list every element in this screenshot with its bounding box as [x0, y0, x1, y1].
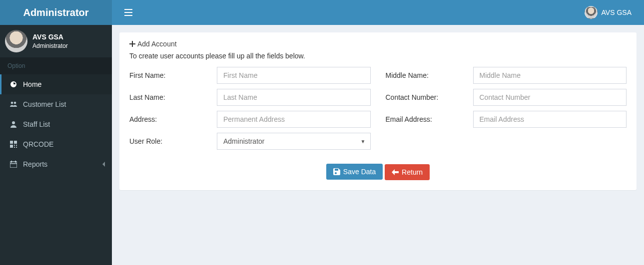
- save-icon: [333, 168, 340, 175]
- top-navbar: AVS GSA: [112, 0, 644, 25]
- sidebar-item-staff-list[interactable]: Staff List: [0, 114, 112, 134]
- navbar-user-name: AVS GSA: [602, 8, 632, 16]
- panel-description: To create user accounts please fill up a…: [129, 52, 627, 60]
- contact-number-input[interactable]: [473, 89, 627, 106]
- middle-name-input[interactable]: [473, 67, 627, 84]
- svg-rect-2: [124, 15, 132, 16]
- sidebar-item-label: Staff List: [23, 120, 50, 128]
- email-input[interactable]: [473, 111, 627, 128]
- avatar: [585, 6, 598, 19]
- last-name-input[interactable]: [217, 89, 371, 106]
- calendar-icon: [9, 161, 18, 168]
- svg-rect-15: [15, 161, 16, 163]
- sidebar-user-role: Administrator: [32, 42, 68, 49]
- panel-title: Add Account: [129, 40, 627, 48]
- navbar-user-menu[interactable]: AVS GSA: [580, 3, 637, 22]
- svg-point-3: [11, 102, 13, 104]
- brand-text: Administrator: [23, 7, 88, 18]
- sidebar-item-label: Home: [23, 80, 41, 88]
- user-icon: [9, 120, 18, 128]
- svg-rect-9: [14, 145, 15, 146]
- sidebar-item-label: QRCODE: [23, 140, 53, 148]
- sidebar-item-qrcode[interactable]: QRCODE: [0, 134, 112, 154]
- avatar: [5, 30, 27, 52]
- sidebar-user-name: AVS GSA: [32, 33, 68, 41]
- dashboard-icon: [9, 80, 18, 88]
- arrow-left-icon: [392, 169, 399, 175]
- sidebar-user-panel: AVS GSA Administrator: [0, 25, 112, 57]
- address-input[interactable]: [217, 111, 371, 128]
- first-name-label: First Name:: [129, 71, 217, 79]
- address-label: Address:: [129, 115, 217, 123]
- chevron-left-icon: [102, 160, 106, 168]
- svg-rect-8: [10, 145, 13, 148]
- save-button[interactable]: Save Data: [326, 164, 383, 180]
- email-label: Email Address:: [386, 115, 473, 123]
- hamburger-icon: [124, 9, 132, 16]
- sidebar-item-label: Customer List: [23, 100, 66, 108]
- qrcode-icon: [9, 141, 18, 148]
- user-role-select[interactable]: Administrator: [217, 133, 371, 150]
- sidebar: AVS GSA Administrator Option Home Custom…: [0, 25, 112, 265]
- return-button-label: Return: [402, 168, 423, 176]
- svg-rect-14: [11, 161, 12, 163]
- svg-rect-16: [10, 163, 17, 164]
- svg-rect-11: [14, 147, 15, 148]
- return-button[interactable]: Return: [385, 164, 430, 180]
- contact-number-label: Contact Number:: [386, 93, 473, 101]
- last-name-label: Last Name:: [129, 93, 217, 101]
- svg-point-5: [12, 121, 15, 124]
- sidebar-item-label: Reports: [23, 160, 47, 168]
- svg-rect-10: [16, 145, 17, 146]
- add-account-panel: Add Account To create user accounts plea…: [119, 32, 637, 190]
- panel-title-text: Add Account: [137, 40, 177, 48]
- plus-icon: [129, 41, 135, 47]
- sidebar-section-header: Option: [0, 57, 112, 74]
- svg-rect-0: [124, 9, 132, 10]
- user-role-label: User Role:: [129, 137, 217, 145]
- sidebar-item-home[interactable]: Home: [0, 74, 112, 94]
- sidebar-toggle-button[interactable]: [119, 4, 137, 21]
- svg-rect-18: [129, 43, 135, 44]
- middle-name-label: Middle Name:: [386, 71, 473, 79]
- first-name-input[interactable]: [217, 67, 371, 84]
- users-icon: [9, 100, 18, 108]
- svg-rect-7: [14, 141, 17, 144]
- brand-logo[interactable]: Administrator: [0, 0, 112, 25]
- save-button-label: Save Data: [343, 168, 376, 176]
- sidebar-item-customer-list[interactable]: Customer List: [0, 94, 112, 114]
- svg-rect-1: [124, 12, 132, 13]
- svg-point-4: [14, 102, 16, 104]
- svg-rect-6: [10, 141, 13, 144]
- content-area: Add Account To create user accounts plea…: [112, 25, 644, 265]
- sidebar-item-reports[interactable]: Reports: [0, 154, 112, 174]
- svg-rect-12: [16, 147, 17, 148]
